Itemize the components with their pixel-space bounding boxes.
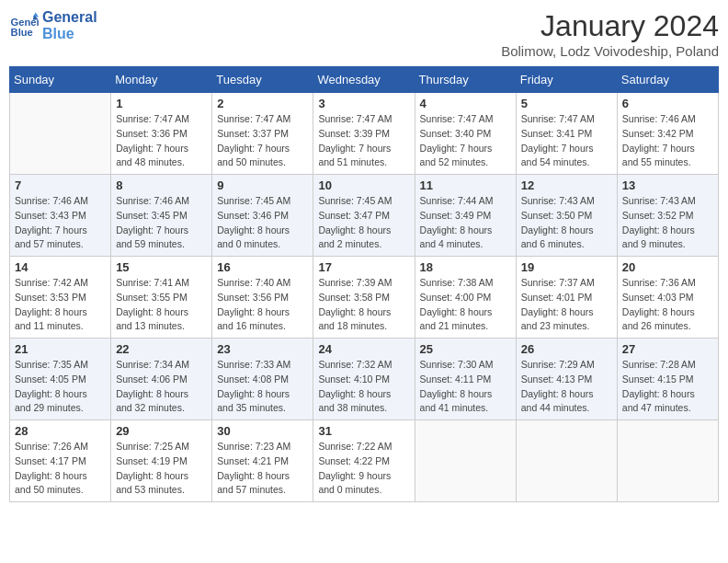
calendar-cell: 27Sunrise: 7:28 AM Sunset: 4:15 PM Dayli… (617, 339, 718, 420)
day-info: Sunrise: 7:34 AM Sunset: 4:06 PM Dayligh… (116, 358, 207, 416)
day-info: Sunrise: 7:47 AM Sunset: 3:36 PM Dayligh… (116, 112, 207, 170)
calendar-cell: 12Sunrise: 7:43 AM Sunset: 3:50 PM Dayli… (516, 175, 617, 257)
day-number: 25 (420, 342, 511, 356)
subtitle: Bolimow, Lodz Voivodeship, Poland (501, 43, 719, 59)
weekday-header: Monday (111, 67, 212, 93)
day-number: 20 (622, 260, 713, 274)
day-info: Sunrise: 7:42 AM Sunset: 3:53 PM Dayligh… (15, 276, 106, 334)
weekday-header: Saturday (617, 67, 718, 93)
weekday-header: Wednesday (313, 67, 415, 93)
calendar-cell: 31Sunrise: 7:22 AM Sunset: 4:22 PM Dayli… (313, 420, 415, 502)
day-info: Sunrise: 7:28 AM Sunset: 4:15 PM Dayligh… (622, 358, 713, 416)
calendar-cell: 16Sunrise: 7:40 AM Sunset: 3:56 PM Dayli… (212, 257, 313, 339)
day-number: 31 (318, 424, 409, 438)
day-number: 19 (521, 260, 612, 274)
day-info: Sunrise: 7:47 AM Sunset: 3:41 PM Dayligh… (521, 112, 612, 170)
calendar-cell: 1Sunrise: 7:47 AM Sunset: 3:36 PM Daylig… (111, 93, 212, 175)
day-info: Sunrise: 7:40 AM Sunset: 3:56 PM Dayligh… (217, 276, 308, 334)
logo-line2: Blue (42, 26, 97, 42)
calendar-cell: 2Sunrise: 7:47 AM Sunset: 3:37 PM Daylig… (212, 93, 313, 175)
day-info: Sunrise: 7:43 AM Sunset: 3:50 PM Dayligh… (521, 194, 612, 252)
day-number: 12 (521, 178, 612, 192)
calendar-cell: 23Sunrise: 7:33 AM Sunset: 4:08 PM Dayli… (212, 339, 313, 420)
day-info: Sunrise: 7:46 AM Sunset: 3:45 PM Dayligh… (116, 194, 207, 252)
day-number: 9 (217, 178, 308, 192)
day-info: Sunrise: 7:23 AM Sunset: 4:21 PM Dayligh… (217, 440, 308, 498)
calendar-cell: 6Sunrise: 7:46 AM Sunset: 3:42 PM Daylig… (617, 93, 718, 175)
calendar-cell: 26Sunrise: 7:29 AM Sunset: 4:13 PM Dayli… (516, 339, 617, 420)
weekday-header: Sunday (10, 67, 111, 93)
svg-text:Blue: Blue (11, 27, 33, 38)
day-number: 3 (318, 97, 409, 110)
day-info: Sunrise: 7:26 AM Sunset: 4:17 PM Dayligh… (15, 440, 106, 498)
day-info: Sunrise: 7:44 AM Sunset: 3:49 PM Dayligh… (420, 194, 511, 252)
day-info: Sunrise: 7:47 AM Sunset: 3:39 PM Dayligh… (318, 112, 409, 170)
day-number: 23 (217, 342, 308, 356)
calendar-cell: 30Sunrise: 7:23 AM Sunset: 4:21 PM Dayli… (212, 420, 313, 502)
day-info: Sunrise: 7:45 AM Sunset: 3:47 PM Dayligh… (318, 194, 409, 252)
day-number: 11 (420, 178, 511, 192)
calendar: SundayMondayTuesdayWednesdayThursdayFrid… (9, 66, 719, 502)
day-number: 4 (420, 97, 511, 110)
calendar-cell: 21Sunrise: 7:35 AM Sunset: 4:05 PM Dayli… (10, 339, 111, 420)
day-info: Sunrise: 7:29 AM Sunset: 4:13 PM Dayligh… (521, 358, 612, 416)
day-number: 15 (116, 260, 207, 274)
calendar-cell: 3Sunrise: 7:47 AM Sunset: 3:39 PM Daylig… (313, 93, 415, 175)
logo: General Blue General Blue (9, 9, 97, 41)
day-info: Sunrise: 7:39 AM Sunset: 3:58 PM Dayligh… (318, 276, 409, 334)
calendar-header: SundayMondayTuesdayWednesdayThursdayFrid… (10, 67, 719, 93)
calendar-cell: 9Sunrise: 7:45 AM Sunset: 3:46 PM Daylig… (212, 175, 313, 257)
calendar-cell: 13Sunrise: 7:43 AM Sunset: 3:52 PM Dayli… (617, 175, 718, 257)
day-info: Sunrise: 7:46 AM Sunset: 3:42 PM Dayligh… (622, 112, 713, 170)
day-info: Sunrise: 7:35 AM Sunset: 4:05 PM Dayligh… (15, 358, 106, 416)
day-number: 14 (15, 260, 106, 274)
day-info: Sunrise: 7:47 AM Sunset: 3:37 PM Dayligh… (217, 112, 308, 170)
svg-marker-2 (33, 12, 39, 17)
day-info: Sunrise: 7:41 AM Sunset: 3:55 PM Dayligh… (116, 276, 207, 334)
page-header: General Blue General Blue January 2024 B… (9, 9, 719, 59)
calendar-cell (415, 420, 516, 502)
day-info: Sunrise: 7:38 AM Sunset: 4:00 PM Dayligh… (420, 276, 511, 334)
calendar-cell: 7Sunrise: 7:46 AM Sunset: 3:43 PM Daylig… (10, 175, 111, 257)
day-number: 29 (116, 424, 207, 438)
day-number: 26 (521, 342, 612, 356)
day-number: 22 (116, 342, 207, 356)
weekday-header: Thursday (415, 67, 516, 93)
day-number: 17 (318, 260, 409, 274)
logo-icon: General Blue (9, 11, 39, 40)
day-number: 6 (622, 97, 713, 110)
calendar-cell: 17Sunrise: 7:39 AM Sunset: 3:58 PM Dayli… (313, 257, 415, 339)
weekday-header: Friday (516, 67, 617, 93)
calendar-cell: 19Sunrise: 7:37 AM Sunset: 4:01 PM Dayli… (516, 257, 617, 339)
day-number: 21 (15, 342, 106, 356)
main-title: January 2024 (501, 9, 719, 43)
day-info: Sunrise: 7:32 AM Sunset: 4:10 PM Dayligh… (318, 358, 409, 416)
day-info: Sunrise: 7:45 AM Sunset: 3:46 PM Dayligh… (217, 194, 308, 252)
weekday-header: Tuesday (212, 67, 313, 93)
calendar-cell: 25Sunrise: 7:30 AM Sunset: 4:11 PM Dayli… (415, 339, 516, 420)
day-number: 27 (622, 342, 713, 356)
day-number: 10 (318, 178, 409, 192)
calendar-cell: 11Sunrise: 7:44 AM Sunset: 3:49 PM Dayli… (415, 175, 516, 257)
calendar-cell: 4Sunrise: 7:47 AM Sunset: 3:40 PM Daylig… (415, 93, 516, 175)
day-info: Sunrise: 7:22 AM Sunset: 4:22 PM Dayligh… (318, 440, 409, 498)
calendar-cell (516, 420, 617, 502)
title-block: January 2024 Bolimow, Lodz Voivodeship, … (501, 9, 719, 59)
day-info: Sunrise: 7:47 AM Sunset: 3:40 PM Dayligh… (420, 112, 511, 170)
day-number: 16 (217, 260, 308, 274)
calendar-cell (10, 93, 111, 175)
calendar-cell: 8Sunrise: 7:46 AM Sunset: 3:45 PM Daylig… (111, 175, 212, 257)
calendar-cell: 29Sunrise: 7:25 AM Sunset: 4:19 PM Dayli… (111, 420, 212, 502)
logo-line1: General (42, 9, 97, 26)
day-info: Sunrise: 7:25 AM Sunset: 4:19 PM Dayligh… (116, 440, 207, 498)
day-number: 28 (15, 424, 106, 438)
day-number: 24 (318, 342, 409, 356)
day-info: Sunrise: 7:46 AM Sunset: 3:43 PM Dayligh… (15, 194, 106, 252)
calendar-cell (617, 420, 718, 502)
day-number: 1 (116, 97, 207, 110)
day-number: 5 (521, 97, 612, 110)
day-number: 18 (420, 260, 511, 274)
day-number: 2 (217, 97, 308, 110)
day-info: Sunrise: 7:43 AM Sunset: 3:52 PM Dayligh… (622, 194, 713, 252)
calendar-cell: 18Sunrise: 7:38 AM Sunset: 4:00 PM Dayli… (415, 257, 516, 339)
